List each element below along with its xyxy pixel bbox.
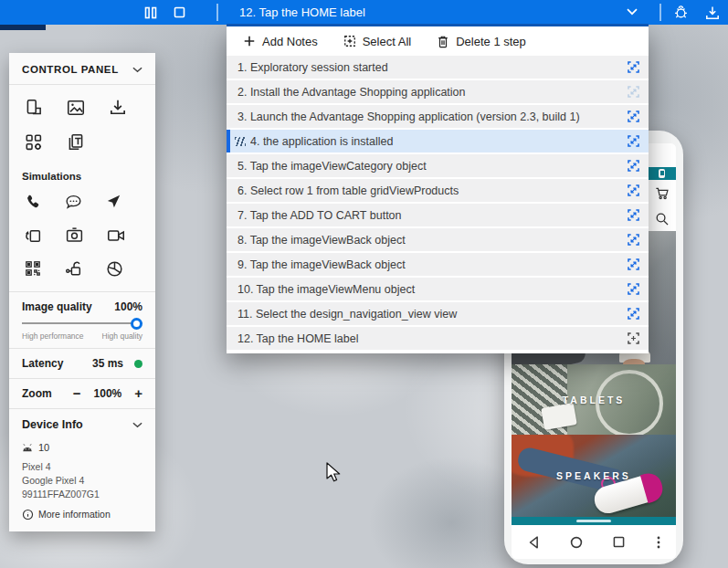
step-label: 4. the application is installed	[250, 135, 627, 148]
expand-step-icon[interactable]	[627, 258, 639, 271]
add-notes-button[interactable]: Add Notes	[243, 35, 318, 48]
nav-recent-button[interactable]	[611, 534, 627, 550]
step-row[interactable]: 10. Tap the imageViewMenu object	[227, 278, 649, 300]
pause-icon	[144, 6, 157, 19]
debug-button[interactable]	[672, 4, 690, 21]
location-simulation-button[interactable]	[105, 193, 122, 212]
camera-icon	[65, 226, 84, 245]
slider-knob[interactable]	[131, 318, 142, 330]
expand-step-icon[interactable]	[627, 234, 639, 247]
info-icon	[22, 509, 34, 521]
expand-step-icon[interactable]	[627, 135, 639, 148]
nav-back-icon	[526, 534, 543, 551]
expand-step-icon[interactable]	[627, 86, 639, 99]
step-row[interactable]: 6. Select row 1 from table gridViewProdu…	[227, 179, 649, 202]
step-label: 12. Tap the HOME label	[237, 332, 627, 345]
pause-recording-button[interactable]	[144, 6, 157, 19]
latency-status-dot	[134, 360, 142, 368]
export-button[interactable]	[704, 5, 721, 21]
camera-simulation-button[interactable]	[65, 226, 84, 246]
expand-step-icon[interactable]	[627, 308, 639, 321]
unlock-icon	[64, 259, 83, 279]
device-info-header[interactable]: Device Info	[9, 409, 155, 435]
delete-step-button[interactable]: Delete 1 step	[437, 35, 526, 48]
screenshot-button[interactable]	[66, 98, 86, 118]
step-row[interactable]: 5. Tap the imageViewCategory object	[227, 154, 649, 177]
call-simulation-button[interactable]	[24, 193, 42, 212]
copy-text-button[interactable]	[66, 132, 86, 153]
nav-home-button[interactable]	[568, 534, 585, 551]
slider-min-label: High performance	[22, 331, 84, 341]
download-icon	[704, 5, 721, 21]
network-simulation-button[interactable]	[105, 259, 124, 279]
step-row[interactable]: 3. Launch the Advantage Shopping applica…	[227, 105, 649, 128]
step-row[interactable]: 1. Exploratory session started	[227, 56, 649, 79]
expand-step-icon[interactable]	[627, 160, 639, 173]
trash-icon	[437, 35, 449, 48]
category-card-speakers[interactable]: SPEAKERS	[512, 435, 676, 517]
step-label: 8. Tap the imageViewBack object	[237, 234, 627, 247]
nav-back-button[interactable]	[526, 534, 543, 551]
step-row[interactable]: 8. Tap the imageViewBack object	[227, 228, 649, 251]
nav-menu-button[interactable]	[652, 535, 665, 550]
step-selector-dropdown[interactable]: 12. Tap the HOME label	[227, 0, 649, 26]
chevron-down-icon	[627, 8, 638, 16]
app-switch-button[interactable]	[24, 226, 43, 246]
step-label: 6. Select row 1 from table gridViewProdu…	[237, 184, 627, 197]
control-panel-header[interactable]: CONTROL PANEL	[9, 53, 155, 84]
video-simulation-button[interactable]	[106, 226, 126, 246]
category-card-tablets[interactable]: TABLETS	[512, 364, 676, 435]
android-icon	[22, 443, 33, 452]
mouse-cursor	[325, 462, 342, 484]
screenshot-icon	[66, 98, 86, 118]
step-row[interactable]: 11. Select the design_navigation_view vi…	[227, 302, 649, 325]
step-list: 1. Exploratory session started 2. Instal…	[227, 56, 649, 350]
more-information-link[interactable]: More information	[22, 509, 142, 521]
app-bottom-bar	[512, 517, 676, 525]
authentication-button[interactable]	[64, 259, 83, 279]
slider-max-label: High quality	[102, 331, 142, 341]
save-button[interactable]	[108, 98, 128, 118]
expand-step-icon[interactable]	[627, 332, 639, 345]
chevron-down-icon	[132, 67, 142, 73]
device-actions	[9, 85, 155, 158]
zoom-label: Zoom	[22, 387, 52, 400]
stop-icon	[174, 6, 185, 18]
sms-simulation-button[interactable]	[64, 193, 83, 212]
home-indicator	[576, 520, 611, 522]
location-icon	[105, 193, 122, 210]
steps-dropdown-panel: Add Notes Select All Delete 1 step 1. Ex…	[227, 26, 649, 353]
step-label: 2. Install the Advantage Shopping applic…	[237, 86, 627, 99]
step-row[interactable]: 7. Tap the ADD TO CART button	[227, 204, 649, 226]
zoom-in-button[interactable]: +	[134, 389, 142, 398]
expand-step-icon[interactable]	[627, 209, 639, 222]
barcode-scan-button[interactable]	[24, 259, 42, 279]
step-label: 3. Launch the Advantage Shopping applica…	[237, 110, 627, 123]
step-label: 7. Tap the ADD TO CART button	[237, 209, 627, 222]
apps-gear-icon	[24, 132, 44, 153]
step-row[interactable]: 9. Tap the imageViewBack object	[227, 253, 649, 276]
expand-step-icon[interactable]	[627, 184, 639, 197]
step-row[interactable]: 12. Tap the HOME label	[227, 327, 649, 350]
select-all-icon	[343, 35, 356, 47]
step-row[interactable]: 4. the application is installed	[227, 130, 649, 153]
toolbar-divider	[659, 4, 661, 21]
barcode-scan-icon	[24, 259, 42, 278]
toolbar-divider	[216, 4, 218, 21]
stop-recording-button[interactable]	[174, 6, 185, 18]
call-icon	[24, 193, 42, 211]
select-all-button[interactable]: Select All	[343, 35, 411, 48]
app-switch-icon	[24, 226, 43, 245]
apps-button[interactable]	[24, 132, 44, 153]
expand-step-icon[interactable]	[627, 110, 639, 123]
step-row[interactable]: 2. Install the Advantage Shopping applic…	[227, 80, 649, 103]
image-quality-slider[interactable]	[22, 317, 142, 329]
device-orientation-button[interactable]	[24, 98, 44, 118]
nav-recent-icon	[611, 534, 627, 550]
android-nav-bar	[512, 525, 676, 559]
control-panel: CONTROL PANEL Simulations	[9, 53, 155, 531]
zoom-out-button[interactable]: −	[73, 389, 81, 398]
expand-step-icon[interactable]	[627, 61, 639, 74]
verify-hatch-icon	[235, 137, 246, 146]
expand-step-icon[interactable]	[627, 283, 639, 296]
